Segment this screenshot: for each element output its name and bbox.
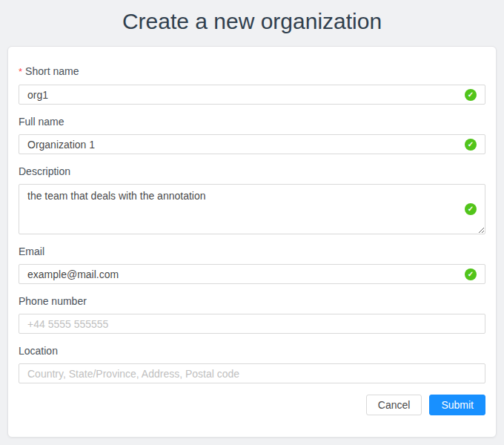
email-input-wrap: ✓ (19, 264, 485, 284)
description-input-wrap: the team that deals with the annotation … (19, 184, 485, 234)
page-title: Create a new organization (0, 4, 504, 39)
field-location: Location (19, 343, 485, 383)
description-label-text: Description (19, 165, 70, 177)
required-asterisk: * (19, 66, 22, 77)
field-full-name: Full name ✓ (19, 113, 485, 154)
short-name-label-text: Short name (25, 65, 79, 77)
field-phone-number: Phone number (19, 293, 485, 334)
location-input-wrap (19, 363, 485, 383)
field-short-name: *Short name ✓ (19, 63, 485, 105)
field-email: Email ✓ (19, 243, 485, 284)
email-label: Email (19, 243, 485, 260)
full-name-label: Full name (19, 113, 485, 130)
phone-number-input-wrap (19, 314, 485, 334)
email-label-text: Email (19, 245, 44, 257)
location-label-text: Location (19, 345, 58, 357)
phone-number-label: Phone number (19, 293, 485, 309)
form-actions: Cancel Submit (19, 395, 485, 415)
short-name-label: *Short name (19, 63, 485, 80)
full-name-input[interactable] (19, 134, 485, 154)
phone-number-label-text: Phone number (19, 295, 87, 307)
create-organization-form-card: *Short name ✓ Full name ✓ Description th… (7, 46, 497, 438)
phone-number-input[interactable] (19, 314, 485, 334)
cancel-button[interactable]: Cancel (366, 395, 422, 415)
full-name-label-text: Full name (19, 116, 64, 128)
location-input[interactable] (19, 363, 485, 383)
full-name-input-wrap: ✓ (19, 134, 485, 154)
description-textarea[interactable]: the team that deals with the annotation (19, 184, 485, 234)
location-label: Location (19, 343, 485, 359)
email-input[interactable] (19, 264, 485, 284)
short-name-input-wrap: ✓ (19, 85, 485, 105)
short-name-input[interactable] (19, 85, 485, 105)
description-label: Description (19, 163, 485, 179)
submit-button[interactable]: Submit (429, 395, 485, 415)
field-description: Description the team that deals with the… (19, 163, 485, 234)
